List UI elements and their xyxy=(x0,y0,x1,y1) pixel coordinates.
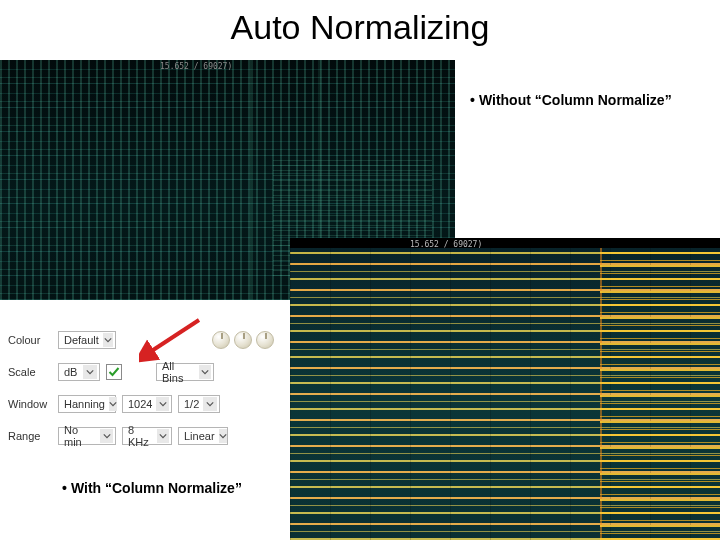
select-window-fn-value: Hanning xyxy=(64,398,105,410)
select-bins-value: All Bins xyxy=(162,360,195,384)
timecode-bright: 15.652 / 69027) xyxy=(410,240,482,249)
select-range-min[interactable]: No min xyxy=(58,427,116,445)
select-range-type[interactable]: Linear xyxy=(178,427,228,445)
caption-with: •With “Column Normalize” xyxy=(62,480,242,496)
chevron-down-icon xyxy=(103,333,113,347)
chevron-down-icon xyxy=(157,429,169,443)
caption-without: •Without “Column Normalize” xyxy=(470,92,672,108)
caption-with-text: With “Column Normalize” xyxy=(71,480,242,496)
caption-without-text: Without “Column Normalize” xyxy=(479,92,672,108)
select-scale-value: dB xyxy=(64,366,77,378)
spectrogram-with-normalize xyxy=(290,238,720,540)
chevron-down-icon xyxy=(100,429,113,443)
chevron-down-icon xyxy=(109,397,117,411)
knob-rotation[interactable] xyxy=(256,331,274,349)
checkbox-column-normalize[interactable] xyxy=(106,364,122,380)
select-window-overlap[interactable]: 1/2 xyxy=(178,395,220,413)
chevron-down-icon xyxy=(199,365,211,379)
row-scale: Scale dB All Bins xyxy=(8,356,278,388)
select-range-type-value: Linear xyxy=(184,430,215,442)
timecode-dark: 15.652 / 69027) xyxy=(160,62,232,71)
knob-threshold[interactable] xyxy=(212,331,230,349)
chevron-down-icon xyxy=(156,397,169,411)
select-range-max-value: 8 KHz xyxy=(128,424,153,448)
label-colour: Colour xyxy=(8,334,58,346)
select-window-fn[interactable]: Hanning xyxy=(58,395,116,413)
bullet-icon: • xyxy=(470,92,475,108)
row-range: Range No min 8 KHz Linear xyxy=(8,420,278,452)
slide-title: Auto Normalizing xyxy=(0,8,720,47)
select-scale[interactable]: dB xyxy=(58,363,100,381)
knob-gain[interactable] xyxy=(234,331,252,349)
select-range-min-value: No min xyxy=(64,424,96,448)
spectrogram-settings-panel: Colour Default Scale dB All Bins Window … xyxy=(0,314,286,466)
label-scale: Scale xyxy=(8,366,58,378)
select-window-size[interactable]: 1024 xyxy=(122,395,172,413)
select-colour[interactable]: Default xyxy=(58,331,116,349)
select-colour-value: Default xyxy=(64,334,99,346)
select-window-overlap-value: 1/2 xyxy=(184,398,199,410)
label-window: Window xyxy=(8,398,58,410)
select-bins[interactable]: All Bins xyxy=(156,363,214,381)
label-range: Range xyxy=(8,430,58,442)
chevron-down-icon xyxy=(219,429,227,443)
bullet-icon: • xyxy=(62,480,67,496)
select-window-size-value: 1024 xyxy=(128,398,152,410)
select-range-max[interactable]: 8 KHz xyxy=(122,427,172,445)
row-window: Window Hanning 1024 1/2 xyxy=(8,388,278,420)
chevron-down-icon xyxy=(83,365,97,379)
chevron-down-icon xyxy=(203,397,217,411)
row-colour: Colour Default xyxy=(8,324,278,356)
